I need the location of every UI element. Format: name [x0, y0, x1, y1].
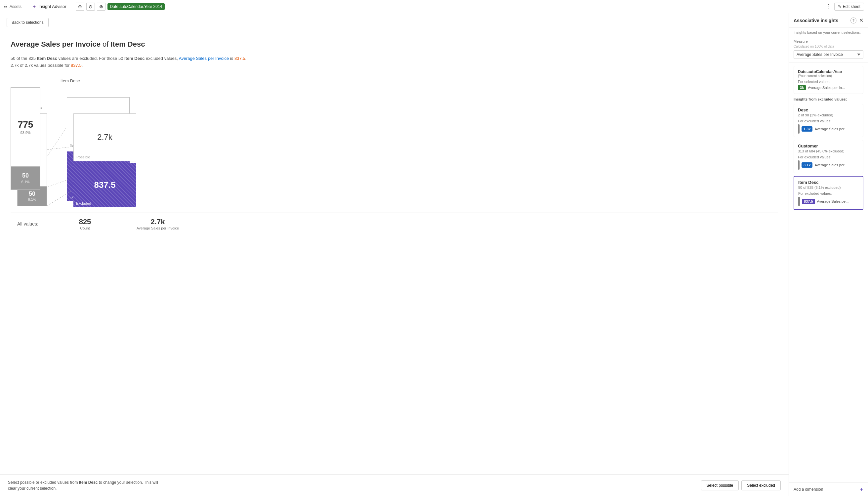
bottom-bar: Select possible or excluded values from … [0, 475, 789, 496]
edit-icon: ✎ [838, 4, 841, 9]
excluded-val: 837.5 [94, 180, 115, 190]
right-sidebar: Associative insights ? ✕ Insights based … [789, 13, 868, 496]
insight-advisor-tab[interactable]: ✦ Insight Advisor [32, 4, 66, 9]
possible-section: 2.7k Possible [73, 113, 136, 161]
assets-tab[interactable]: ☷ Assets [4, 4, 21, 9]
insight-icon: ✦ [32, 4, 36, 9]
all-avg-col: 2.7k Average Sales per Invoice [126, 218, 189, 230]
card-customer-badge-label: Average Sales per ... [815, 163, 849, 167]
edit-sheet-button[interactable]: ✎ Edit sheet [834, 3, 864, 11]
selected-badge-row: 3k Average Sales per In... [798, 85, 859, 90]
select-possible-button[interactable]: Select possible [701, 480, 739, 490]
card-customer-for-excluded: For excluded values: [798, 155, 859, 159]
current-selection-card: Date.autoCalendar.Year (Your current sel… [794, 66, 863, 94]
page-title: Average Sales per Invoice of Item Desc [11, 40, 778, 49]
card-desc-badges: 1.3k Average Sales per ... [798, 124, 859, 134]
insight-card-customer[interactable]: Customer 313 of 684 (45.8% excluded) For… [794, 140, 863, 173]
selected-badge-label: Average Sales per In... [808, 86, 845, 90]
selected-badge: 3k [798, 85, 806, 90]
card-desc-badge-label: Average Sales per ... [815, 127, 849, 131]
measure-select[interactable]: Average Sales per Invoice [794, 50, 863, 59]
bottom-bar-text: Select possible or excluded values from … [8, 479, 167, 491]
card-itemdesc-badges: 837.5 Average Sales pe... [798, 197, 859, 206]
all-count: 825 [79, 218, 91, 226]
bar-50: 50 [29, 190, 35, 197]
bar-top-pct: 93.9% [20, 130, 30, 135]
sidebar-help-button[interactable]: ? [851, 17, 856, 24]
add-dimension-row: Add a dimension + [794, 486, 863, 493]
all-avg-label: Average Sales per Invoice [137, 226, 179, 230]
add-dimension-button[interactable]: + [859, 486, 863, 493]
avg-sales-boxes: 2.7k Possible 837.5 Excluded [73, 113, 136, 207]
bottom-bar-buttons: Select possible Select excluded [701, 480, 781, 490]
bar-61pct: 6.1% [28, 197, 36, 201]
avg-sales-link[interactable]: Average Sales per Invoice [179, 56, 229, 61]
card-desc-for-excluded: For excluded values: [798, 119, 859, 123]
card-itemdesc-title: Item Desc [798, 180, 859, 185]
card-customer-badge: 3.1k [802, 162, 812, 168]
card-customer-badges: 3.1k Average Sales per ... [798, 160, 859, 170]
insight-card-itemdesc[interactable]: Item Desc 50 of 825 (6.1% excluded) For … [794, 176, 863, 210]
all-avg: 2.7k [151, 218, 165, 226]
svg-line-2 [47, 146, 73, 150]
add-dimension-label: Add a dimension [794, 487, 823, 492]
sidebar-title: Associative insights [794, 18, 838, 23]
tool-icon-3[interactable]: ⊗ [97, 3, 106, 11]
item-desc-bar: 775 93.9% 50 6.1% [11, 87, 40, 190]
insight-card-desc[interactable]: Desc 2 of 98 (2% excluded) For excluded … [794, 104, 863, 137]
card-desc-title: Desc [798, 107, 859, 112]
all-count-label: Count [80, 226, 90, 230]
back-to-selections-button[interactable]: Back to selections [6, 18, 49, 27]
measure-label: Measure [794, 40, 863, 43]
insights-excluded-label: Insights from excluded values: [794, 97, 863, 101]
excluded-section: 837.5 Excluded [73, 163, 136, 207]
possible-lbl: Possible [76, 155, 90, 159]
card-itemdesc-sub: 50 of 825 (6.1% excluded) [798, 186, 859, 189]
selection-sub: (Your current selection) [798, 74, 859, 78]
content-area: Back to selections Average Sales per Inv… [0, 13, 789, 496]
card-desc-sub: 2 of 98 (2% excluded) [798, 113, 859, 117]
card-itemdesc-bar-icon [798, 197, 800, 206]
sidebar-close-button[interactable]: ✕ [859, 17, 863, 24]
card-itemdesc-badge: 837.5 [802, 199, 815, 204]
card-customer-sub: 313 of 684 (45.8% excluded) [798, 149, 859, 153]
all-count-col: 825 Count [70, 218, 100, 230]
item-desc-col-label: Item Desc [61, 78, 80, 83]
grid-icon[interactable]: ⋮ [826, 3, 832, 10]
assets-label: Assets [10, 4, 21, 9]
measure-sublabel: Calculated on 100% of data [794, 45, 863, 48]
sidebar-body: Date.autoCalendar.Year (Your current sel… [789, 62, 868, 482]
svg-line-3 [47, 189, 73, 206]
connectors [47, 113, 73, 207]
tool-icon-1[interactable]: ⊕ [76, 3, 84, 11]
page-content: Average Sales per Invoice of Item Desc 5… [0, 32, 789, 475]
all-values-row: All values: 825 Count 2.7k Average Sales… [11, 213, 778, 230]
bar-bottom-pct: 6.1% [21, 180, 29, 184]
back-btn-area: Back to selections [0, 13, 789, 32]
sidebar-subtitle: Insights based on your current selection… [789, 28, 868, 36]
topbar-divider [27, 3, 27, 10]
excluded-lbl: Excluded [76, 201, 91, 205]
topbar-right-icons: ⋮ ✎ Edit sheet [826, 3, 864, 11]
sidebar-footer: Add a dimension + [789, 482, 868, 496]
sidebar-header-icons: ? ✕ [851, 17, 863, 24]
for-selected-label: For selected values: [798, 80, 859, 84]
chart-rebuilt: Item Desc Average Sales per I... 775 93. [11, 105, 778, 230]
description-text: 50 of the 825 Item Desc values are exclu… [11, 55, 249, 69]
main-layout: Back to selections Average Sales per Inv… [0, 13, 868, 496]
all-values-label: All values: [17, 221, 70, 227]
connector-lines [47, 113, 73, 206]
card-customer-title: Customer [798, 143, 859, 149]
tool-icon-2[interactable]: ⊖ [86, 3, 95, 11]
topbar: ☷ Assets ✦ Insight Advisor ⊕ ⊖ ⊗ Date.au… [0, 0, 868, 13]
measure-section: Measure Calculated on 100% of data Avera… [789, 36, 868, 62]
select-excluded-button[interactable]: Select excluded [741, 480, 781, 490]
bar-bottom-value: 50 [22, 172, 29, 179]
selection-title: Date.autoCalendar.Year [798, 69, 859, 74]
card-customer-bar-icon [798, 160, 800, 170]
assets-icon: ☷ [4, 4, 7, 9]
possible-val: 2.7k [97, 133, 112, 142]
card-itemdesc-for-excluded: For excluded values: [798, 191, 859, 196]
selection-chip[interactable]: Date.autoCalendar.Year 2014 [107, 3, 165, 10]
sidebar-header: Associative insights ? ✕ [789, 13, 868, 28]
